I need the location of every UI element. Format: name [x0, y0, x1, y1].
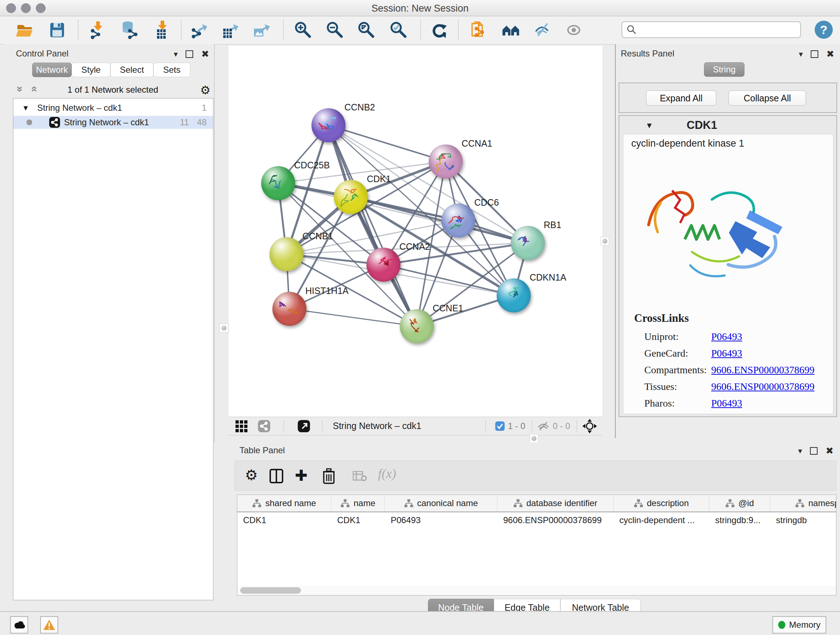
help-button[interactable]: ? [815, 21, 833, 39]
control-panel-tabs: NetworkStyleSelectSets [32, 63, 190, 77]
node-CCNE1[interactable] [400, 309, 434, 343]
node-CDK1[interactable] [334, 180, 368, 214]
open-session-button[interactable] [14, 20, 35, 40]
selected-checkbox-icon[interactable] [495, 421, 505, 431]
crosslink-value-link[interactable]: P06493 [711, 397, 742, 409]
right-splitter-handle[interactable] [600, 237, 609, 245]
import-network-file-button[interactable] [88, 20, 108, 40]
float-panel-icon[interactable]: ▾ [799, 50, 803, 59]
node-label-RB1: RB1 [544, 220, 561, 230]
node-CCNB1[interactable] [270, 237, 303, 271]
create-column-icon[interactable]: ✚ [295, 467, 308, 485]
undock-panel-icon[interactable] [810, 447, 818, 455]
node-CDC6[interactable] [441, 203, 475, 238]
export-image-button[interactable] [252, 20, 272, 40]
node-HIST1H1A[interactable] [272, 292, 306, 326]
edge-HIST1H1A-CCNE1[interactable] [289, 309, 417, 326]
search-box[interactable] [622, 21, 801, 38]
tab-string[interactable]: String [704, 62, 745, 77]
node-label-CCNA1: CCNA1 [462, 138, 493, 149]
network-edge-count: 48 [197, 117, 207, 127]
fit-content-icon[interactable] [583, 419, 597, 433]
collapse-protein-icon[interactable]: ▼ [645, 121, 653, 130]
close-panel-icon[interactable]: ✖ [826, 445, 834, 456]
tab-style[interactable]: Style [72, 63, 111, 77]
node-CDC25B[interactable] [261, 166, 295, 200]
left-splitter-handle[interactable] [219, 324, 228, 333]
column-header-@id[interactable]: @id [709, 495, 770, 511]
import-table-button[interactable] [151, 20, 172, 40]
node-CCNB2[interactable] [311, 108, 346, 142]
table-options-gear-icon[interactable]: ⚙ [245, 467, 258, 483]
hide-panel-button[interactable] [532, 20, 553, 40]
zoom-in-button[interactable] [293, 20, 313, 40]
edge-CCNB2-CCNA1[interactable] [328, 125, 446, 162]
export-table-button[interactable] [220, 20, 240, 40]
close-panel-icon[interactable]: ✖ [826, 49, 834, 60]
network-collection-row[interactable]: ▼ String Network – cdk1 1 [13, 101, 213, 114]
tab-sets[interactable]: Sets [153, 63, 190, 77]
undock-panel-icon[interactable] [186, 50, 193, 58]
save-session-button[interactable] [47, 20, 67, 40]
grid-view-icon[interactable] [235, 420, 248, 432]
network-node-count: 11 [180, 117, 189, 127]
zoom-selected-button[interactable] [388, 20, 409, 40]
float-panel-icon[interactable]: ▾ [174, 50, 178, 59]
show-panel-button[interactable] [564, 20, 584, 40]
zoom-fit-button[interactable] [356, 20, 377, 40]
cloud-button[interactable] [10, 616, 28, 633]
table-horizontal-scrollbar[interactable] [237, 586, 836, 595]
table-cell: cyclin-dependent ... [614, 515, 709, 525]
crosslink-label: GeneCard: [644, 348, 711, 359]
warnings-button[interactable] [40, 616, 58, 633]
expand-all-button[interactable]: Expand All [646, 90, 716, 106]
refresh-view-button[interactable] [429, 20, 449, 40]
network-status-bar: String Network – cdk1 1 - 0 0 - 0 [229, 417, 602, 435]
crosslink-value-link[interactable]: 9606.ENSP00000378699 [711, 381, 814, 393]
column-header-canonical-name[interactable]: canonical name [385, 495, 497, 511]
memory-label: Memory [789, 620, 821, 630]
scrollbar-thumb[interactable] [240, 587, 301, 594]
crosslink-value-link[interactable]: P06493 [711, 348, 742, 359]
node-CCNA1[interactable] [429, 144, 463, 179]
protein-ribbon-thumbnail [497, 279, 531, 312]
crosslink-value-link[interactable]: 9606.ENSP00000378699 [711, 364, 814, 376]
table-row[interactable]: CDK1CDK1P064939606.ENSP00000378699cyclin… [237, 512, 836, 528]
close-panel-icon[interactable]: ✖ [201, 49, 209, 60]
column-header-database-identifier[interactable]: database identifier [497, 495, 614, 511]
network-row-selected[interactable]: String Network – cdk1 11 48 [13, 116, 213, 129]
collapse-all-button[interactable]: Collapse All [729, 90, 806, 106]
string-import-button[interactable] [469, 20, 489, 40]
network-birdseye-icon[interactable] [257, 420, 271, 432]
home-networks-button[interactable] [501, 20, 521, 40]
column-type-icon [725, 499, 735, 508]
show-columns-icon[interactable] [270, 469, 283, 483]
node-RB1[interactable] [511, 226, 545, 260]
collection-expand-icon[interactable]: ▼ [22, 104, 29, 112]
column-header-description[interactable]: description [614, 495, 709, 511]
delete-column-icon[interactable] [322, 468, 335, 484]
zoom-in-icon [294, 21, 313, 40]
memory-button[interactable]: Memory [772, 616, 826, 633]
network-options-gear-icon[interactable]: ⚙ [200, 83, 210, 97]
protein-ribbon-thumbnail [261, 166, 295, 200]
undock-panel-icon[interactable] [811, 50, 818, 58]
node-CDKN1A[interactable] [497, 279, 531, 312]
node-table[interactable]: shared namenamecanonical namedatabase id… [237, 494, 836, 586]
column-header-name[interactable]: name [332, 495, 385, 511]
table-cell: CDK1 [237, 515, 332, 525]
import-network-database-button[interactable] [118, 20, 139, 40]
column-header-shared-name[interactable]: shared name [237, 495, 332, 511]
float-panel-icon[interactable]: ▾ [798, 447, 802, 456]
zoom-out-button[interactable] [325, 20, 345, 40]
tab-select[interactable]: Select [111, 63, 153, 77]
search-input[interactable] [637, 24, 800, 35]
tab-network[interactable]: Network [32, 63, 72, 77]
column-header-namespace[interactable]: namespace [770, 495, 836, 511]
node-CCNA2[interactable] [366, 248, 401, 282]
open-in-window-icon[interactable] [297, 420, 310, 432]
bottom-splitter-handle[interactable] [530, 434, 538, 443]
crosslink-value-link[interactable]: P06493 [711, 331, 742, 342]
export-network-button[interactable] [189, 20, 210, 40]
network-canvas[interactable]: CCNB2CCNA1CDC25BCDK1CDC6RB1CCNB1CCNA2CDK… [229, 46, 602, 417]
